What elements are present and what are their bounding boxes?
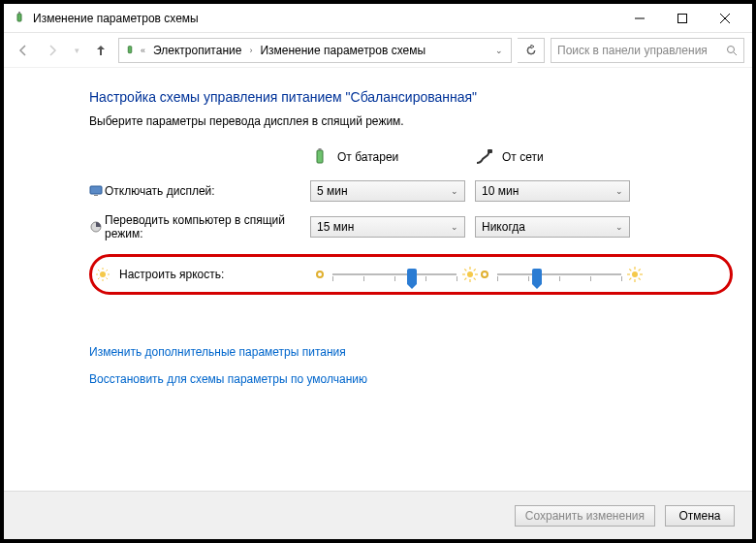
select-sleep-battery[interactable]: 15 мин⌄ (310, 216, 465, 238)
search-placeholder: Поиск в панели управления (557, 44, 722, 57)
window: Изменение параметров схемы ▾ « Электропи… (4, 4, 752, 539)
row-brightness-label: Настроить яркость: (119, 268, 313, 281)
svg-line-21 (107, 278, 109, 280)
sun-large-icon (627, 267, 643, 282)
svg-rect-12 (90, 186, 102, 194)
row-display-label: Отключать дисплей: (105, 184, 310, 198)
svg-line-41 (639, 278, 641, 280)
minimize-button[interactable] (618, 5, 661, 32)
up-button[interactable] (89, 39, 112, 62)
sun-small-icon (313, 268, 327, 281)
svg-line-8 (734, 52, 737, 55)
mode-plugged-label: От сети (502, 150, 544, 164)
window-title: Изменение параметров схемы (33, 12, 618, 25)
breadcrumb-root[interactable]: Электропитание (149, 44, 245, 57)
refresh-button[interactable] (518, 38, 545, 63)
breadcrumb-current[interactable]: Изменение параметров схемы (256, 44, 429, 57)
svg-rect-10 (319, 148, 322, 150)
plug-icon (475, 147, 494, 167)
close-button[interactable] (704, 5, 746, 32)
svg-line-42 (639, 269, 641, 271)
sleep-icon (89, 220, 103, 234)
recent-button[interactable]: ▾ (70, 39, 83, 62)
svg-line-40 (629, 269, 631, 271)
power-icon (123, 44, 137, 57)
brightness-row-highlight: Настроить яркость: (89, 254, 733, 295)
sun-large-icon (462, 267, 478, 282)
svg-line-20 (98, 270, 100, 272)
chevron-down-icon: ⌄ (615, 222, 623, 232)
battery-icon (310, 147, 330, 167)
search-icon (726, 45, 738, 56)
brightness-slider-plugged[interactable] (497, 267, 621, 282)
row-sleep-label: Переводить компьютер в спящий режим: (105, 213, 310, 240)
mode-battery-label: От батареи (337, 150, 398, 164)
svg-rect-11 (488, 149, 492, 153)
page-title: Настройка схемы управления питанием "Сба… (89, 89, 733, 105)
svg-rect-9 (317, 150, 323, 163)
page-subtitle: Выберите параметры перевода дисплея в сп… (89, 114, 733, 128)
svg-line-31 (474, 278, 476, 280)
chevron-down-icon: ⌄ (615, 186, 623, 196)
svg-line-30 (464, 269, 466, 271)
footer: Сохранить изменения Отмена (4, 491, 752, 539)
display-icon (89, 184, 103, 198)
select-sleep-plugged[interactable]: Никогда⌄ (475, 216, 630, 238)
svg-point-7 (728, 46, 735, 52)
titlebar: Изменение параметров схемы (4, 4, 752, 33)
chevron-down-icon: ⌄ (451, 186, 458, 196)
maximize-button[interactable] (661, 5, 704, 32)
cancel-button[interactable]: Отмена (665, 505, 735, 527)
address-dropdown[interactable]: ⌄ (491, 46, 507, 55)
svg-rect-6 (128, 46, 132, 52)
svg-line-33 (464, 278, 466, 280)
content: Настройка схемы управления питанием "Сба… (4, 68, 752, 491)
svg-rect-1 (18, 12, 20, 14)
svg-rect-0 (17, 14, 21, 21)
mode-battery: От батареи (310, 147, 475, 167)
select-display-plugged[interactable]: 10 мин⌄ (475, 180, 630, 202)
select-display-battery[interactable]: 5 мин⌄ (310, 180, 465, 202)
svg-point-24 (317, 272, 323, 277)
link-restore[interactable]: Восстановить для схемы параметры по умол… (89, 372, 733, 386)
address-bar[interactable]: « Электропитание › Изменение параметров … (118, 38, 512, 63)
navbar: ▾ « Электропитание › Изменение параметро… (4, 33, 752, 68)
svg-point-35 (632, 272, 638, 277)
brightness-icon (96, 268, 110, 281)
svg-point-34 (482, 272, 488, 277)
chevron-icon: « (141, 46, 145, 55)
app-icon (12, 11, 27, 26)
search-input[interactable]: Поиск в панели управления (551, 38, 744, 63)
back-button[interactable] (12, 39, 35, 62)
svg-rect-3 (678, 14, 687, 22)
chevron-right-icon: › (249, 46, 252, 55)
svg-rect-13 (94, 195, 98, 196)
svg-point-15 (100, 272, 106, 277)
svg-line-23 (98, 278, 100, 280)
sun-small-icon (478, 268, 491, 281)
mode-plugged: От сети (475, 147, 640, 167)
svg-line-22 (107, 270, 109, 272)
brightness-slider-battery[interactable] (332, 267, 457, 282)
save-button[interactable]: Сохранить изменения (515, 505, 655, 527)
svg-line-43 (629, 278, 631, 280)
link-advanced[interactable]: Изменить дополнительные параметры питани… (89, 345, 733, 359)
chevron-down-icon: ⌄ (451, 222, 458, 232)
svg-point-25 (467, 272, 473, 277)
svg-line-32 (474, 269, 476, 271)
forward-button[interactable] (41, 39, 64, 62)
